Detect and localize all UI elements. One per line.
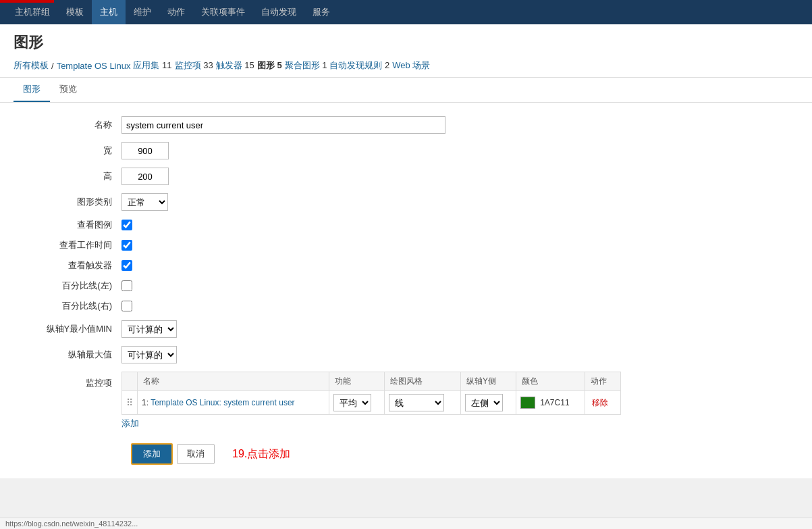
items-table-wrap: 监控项 名称 功能 绘图风格 纵轴Y侧 颜色 动作 <box>13 372 799 432</box>
nav-action[interactable]: 动作 <box>159 0 193 24</box>
form-row-width: 宽 <box>13 142 799 159</box>
col-drag <box>122 372 138 391</box>
breadcrumb-agg[interactable]: 聚合图形 1 <box>285 59 327 72</box>
item-style-select[interactable]: 线填充区域粗线点线 <box>389 394 444 411</box>
table-row: ⠿ 1: Template OS Linux: system current u… <box>122 391 621 415</box>
breadcrumb-all-templates[interactable]: 所有模板 <box>13 59 49 72</box>
show-worktime-checkbox[interactable] <box>121 240 132 251</box>
pct-left-checkbox[interactable] <box>121 280 132 291</box>
cancel-button[interactable]: 取消 <box>177 444 215 464</box>
breadcrumb-sep1: / <box>51 61 54 71</box>
ymax-select[interactable]: 可计算的固定物品 <box>121 346 177 363</box>
color-swatch <box>520 397 535 409</box>
breadcrumb-auto[interactable]: 自动发现规则 2 <box>329 59 389 72</box>
nav-host-group[interactable]: 主机群组 <box>7 0 58 24</box>
pct-right-label: 百分比线(右) <box>13 300 121 312</box>
nav-maintenance[interactable]: 维护 <box>126 0 159 24</box>
breadcrumb-web[interactable]: Web 场景 <box>392 59 430 72</box>
breadcrumb-graph[interactable]: 图形 5 <box>257 59 282 72</box>
items-table-container: 名称 功能 绘图风格 纵轴Y侧 颜色 动作 ⠿ 1: <box>121 372 621 432</box>
item-name-link[interactable]: Template OS Linux: system current user <box>151 398 294 407</box>
nav-template[interactable]: 模板 <box>58 0 92 24</box>
col-action: 动作 <box>585 372 620 391</box>
btn-row: 添加 取消 19.点击添加 <box>13 443 799 465</box>
graph-type-select[interactable]: 正常层叠饼图爆炸图 <box>121 193 168 211</box>
hint-text: 19.点击添加 <box>232 447 290 461</box>
col-color: 颜色 <box>516 372 585 391</box>
pct-right-checkbox[interactable] <box>121 301 132 311</box>
item-number: 1: <box>142 398 148 407</box>
top-navigation: 主机群组 模板 主机 维护 动作 关联项事件 自动发现 服务 <box>0 0 812 24</box>
show-triggers-checkbox[interactable] <box>121 260 132 271</box>
color-value: 1A7C11 <box>540 398 569 407</box>
name-input[interactable] <box>121 116 445 134</box>
items-table: 名称 功能 绘图风格 纵轴Y侧 颜色 动作 ⠿ 1: <box>121 372 621 415</box>
item-name-cell: 1: Template OS Linux: system current use… <box>138 391 329 415</box>
col-style: 绘图风格 <box>385 372 461 391</box>
show-legend-checkbox[interactable] <box>121 220 132 230</box>
col-func: 功能 <box>329 372 385 391</box>
tab-graph[interactable]: 图形 <box>13 78 50 102</box>
item-func-select[interactable]: 平均最小最大全部 <box>333 394 371 411</box>
tab-preview[interactable]: 预览 <box>50 78 86 102</box>
show-worktime-label: 查看工作时间 <box>13 239 121 251</box>
item-style-cell: 线填充区域粗线点线 <box>385 391 461 415</box>
show-triggers-label: 查看触发器 <box>13 259 121 272</box>
item-axis-cell: 左侧右侧 <box>460 391 516 415</box>
nav-auto-discovery[interactable]: 自动发现 <box>253 0 304 24</box>
nav-host[interactable]: 主机 <box>92 0 126 24</box>
item-action-cell: 移除 <box>585 391 620 415</box>
remove-button[interactable]: 移除 <box>589 396 611 410</box>
width-input[interactable] <box>121 142 169 159</box>
drag-handle-cell: ⠿ <box>122 391 138 415</box>
form-row-ymax: 纵轴最大值 可计算的固定物品 <box>13 346 799 363</box>
form-row-height: 高 <box>13 168 799 185</box>
ymax-label: 纵轴最大值 <box>13 349 121 361</box>
drag-handle-icon[interactable]: ⠿ <box>126 397 133 408</box>
breadcrumb-trigger[interactable]: 触发器 15 <box>216 59 254 72</box>
breadcrumb: 所有模板 / Template OS Linux 应用集 11 监控项 33 触… <box>13 59 799 77</box>
nav-related-events[interactable]: 关联项事件 <box>193 0 253 24</box>
breadcrumb-app[interactable]: 应用集 11 <box>133 59 171 72</box>
form-row-pct-left: 百分比线(左) <box>13 280 799 292</box>
form-row-name: 名称 <box>13 116 799 134</box>
form-row-show-triggers: 查看触发器 <box>13 259 799 272</box>
items-label: 监控项 <box>13 372 121 389</box>
graph-type-label: 图形类别 <box>13 196 121 208</box>
show-legend-label: 查看图例 <box>13 219 121 231</box>
pct-left-label: 百分比线(左) <box>13 280 121 292</box>
form-row-show-worktime: 查看工作时间 <box>13 239 799 251</box>
height-label: 高 <box>13 170 121 182</box>
add-item-link[interactable]: 添加 <box>121 415 621 432</box>
form-row-ymin: 纵轴Y最小值MIN 可计算的固定物品 <box>13 320 799 338</box>
ymin-select[interactable]: 可计算的固定物品 <box>121 320 177 338</box>
col-name: 名称 <box>138 372 329 391</box>
form-row-pct-right: 百分比线(右) <box>13 300 799 312</box>
form-row-graph-type: 图形类别 正常层叠饼图爆炸图 <box>13 193 799 211</box>
width-label: 宽 <box>13 145 121 157</box>
height-input[interactable] <box>121 168 169 185</box>
main-content: 名称 宽 高 图形类别 正常层叠饼图爆炸图 查看图例 查看工作时间 查看触发器 … <box>0 103 812 478</box>
col-axis: 纵轴Y侧 <box>460 372 516 391</box>
breadcrumb-monitor[interactable]: 监控项 33 <box>175 59 213 72</box>
item-axis-select[interactable]: 左侧右侧 <box>465 394 503 411</box>
name-label: 名称 <box>13 119 121 131</box>
page-header: 图形 所有模板 / Template OS Linux 应用集 11 监控项 3… <box>0 24 812 78</box>
breadcrumb-template-name[interactable]: Template OS Linux <box>57 61 131 71</box>
item-func-cell: 平均最小最大全部 <box>329 391 385 415</box>
submit-button[interactable]: 添加 <box>131 443 173 465</box>
item-color-cell: 1A7C11 <box>516 391 585 415</box>
page-title: 图形 <box>13 32 799 53</box>
form-row-show-legend: 查看图例 <box>13 219 799 231</box>
sub-tabs: 图形 预览 <box>0 78 812 103</box>
ymin-label: 纵轴Y最小值MIN <box>13 323 121 335</box>
nav-services[interactable]: 服务 <box>304 0 338 24</box>
